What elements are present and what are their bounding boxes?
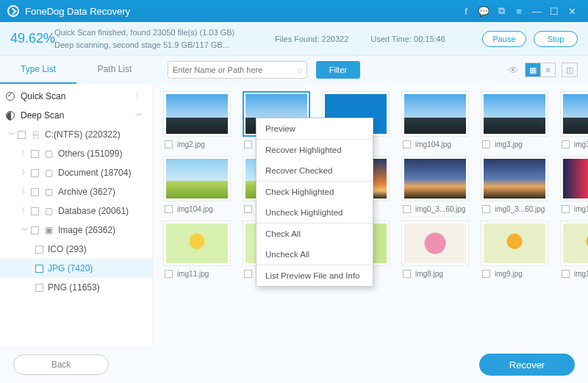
minimize-icon[interactable]: — (528, 2, 545, 20)
file-checkbox[interactable] (562, 140, 570, 148)
image-icon: ▣ (43, 225, 54, 235)
ctx-list-preview[interactable]: List Preview File and Info (257, 265, 373, 286)
file-card[interactable]: img104.jpg (163, 156, 231, 216)
file-checkbox[interactable] (403, 270, 411, 278)
file-card[interactable]: img2.jpg (163, 91, 231, 151)
ctx-uncheck-highlighted[interactable]: Uncheck Highlighted (257, 202, 373, 223)
app-logo-icon (7, 5, 19, 17)
search-input[interactable] (173, 65, 297, 74)
tree-quick-scan[interactable]: Quick Scan 〉 (0, 87, 152, 106)
file-grid: img2.jpg img1.jpg img1.jpg img104.jpg im… (153, 84, 588, 346)
app-title: FoneDog Data Recovery (25, 6, 130, 17)
file-card[interactable]: img3.jpg (560, 91, 588, 151)
file-checkbox[interactable] (165, 205, 173, 213)
maximize-icon[interactable]: ☐ (545, 2, 563, 20)
view-detail-icon[interactable]: ◫ (562, 63, 577, 76)
file-checkbox[interactable] (403, 140, 411, 148)
back-button[interactable]: Back (13, 354, 109, 375)
progress-percent: 49.62% (10, 31, 54, 46)
tree-others[interactable]: 〉▢Others (151099) (0, 144, 152, 163)
status-line-2: Deep scanning, second stage 51.9 GB/117 … (54, 39, 260, 51)
ctx-preview[interactable]: Preview (257, 118, 373, 139)
search-icon[interactable]: ⌕ (297, 65, 302, 75)
recover-button[interactable]: Recover (479, 354, 575, 376)
view-list-icon[interactable]: ≡ (540, 63, 555, 76)
folder-icon: ▢ (43, 206, 54, 216)
tree-database[interactable]: 〉▢Database (20061) (0, 201, 152, 221)
folder-icon: ▢ (43, 168, 54, 178)
status-bar: 49.62% Quick Scan finished, found 23050 … (0, 22, 588, 56)
stop-button[interactable]: Stop (534, 31, 578, 47)
ctx-recover-highlighted[interactable]: Recover Highlighted (257, 140, 373, 160)
ctx-recover-checked[interactable]: Recover Checked (257, 160, 373, 181)
files-found: Files Found: 220322 (275, 35, 348, 43)
file-checkbox[interactable] (165, 270, 173, 278)
file-checkbox[interactable] (482, 140, 490, 148)
tree-document[interactable]: 〉▢Document (18704) (0, 163, 152, 182)
close-icon[interactable]: ✕ (563, 2, 581, 20)
chevron-right-icon: 〉 (135, 91, 143, 101)
tab-path-list[interactable]: Path List (76, 56, 153, 84)
file-checkbox[interactable] (244, 205, 252, 213)
folder-icon: ▢ (43, 187, 54, 197)
tree-image[interactable]: ﹀▣Image (26362) (0, 221, 152, 240)
file-checkbox[interactable] (482, 270, 490, 278)
used-time: Used Time: 00:15:46 (370, 35, 445, 43)
sidebar: Quick Scan 〉 Deep Scan ﹀ ﹀⌸C:(NTFS) (220… (0, 84, 153, 346)
file-card[interactable]: img0_3...60.jpg (481, 156, 548, 216)
view-detail-group: ◫ (562, 62, 578, 77)
feedback-icon[interactable]: 💬 (475, 2, 492, 20)
file-checkbox[interactable] (403, 205, 411, 213)
ctx-uncheck-all[interactable]: Uncheck All (257, 244, 373, 265)
view-mode-group: ▦ ≡ (525, 62, 556, 77)
search-box[interactable]: ⌕ (168, 61, 307, 79)
file-card[interactable]: img9.jpg (481, 221, 548, 281)
file-card[interactable]: img11.jpg (163, 221, 231, 281)
tab-type-list[interactable]: Type List (0, 56, 76, 84)
file-card[interactable]: img3.jpg (481, 91, 548, 151)
tree-deep-scan[interactable]: Deep Scan ﹀ (0, 106, 152, 125)
main-area: Quick Scan 〉 Deep Scan ﹀ ﹀⌸C:(NTFS) (220… (0, 84, 588, 346)
screenshot-icon[interactable]: ⧉ (492, 2, 510, 20)
ctx-check-highlighted[interactable]: Check Highlighted (257, 182, 373, 202)
file-checkbox[interactable] (562, 270, 570, 278)
preview-toggle-icon[interactable]: 👁 (508, 64, 519, 76)
facebook-icon[interactable]: f (457, 2, 475, 20)
file-card[interactable]: img8.jpg (401, 221, 469, 281)
tree-ico[interactable]: ICO (293) (0, 240, 152, 259)
pause-button[interactable]: Pause (482, 31, 526, 47)
tree-jpg[interactable]: JPG (7420) (0, 259, 152, 278)
file-checkbox[interactable] (244, 140, 252, 148)
menu-icon[interactable]: ≡ (510, 2, 528, 20)
tree-drive[interactable]: ﹀⌸C:(NTFS) (220322) (0, 125, 152, 144)
ctx-check-all[interactable]: Check All (257, 223, 373, 244)
file-card[interactable]: img10.jpg (560, 156, 588, 216)
drive-icon: ⌸ (30, 129, 40, 140)
chevron-down-icon: ﹀ (135, 110, 143, 121)
file-card[interactable]: img13.jpg (560, 221, 588, 281)
status-line-1: Quick Scan finished, found 23050 file(s)… (54, 26, 260, 39)
titlebar: FoneDog Data Recovery f 💬 ⧉ ≡ — ☐ ✕ (0, 0, 588, 22)
file-checkbox[interactable] (482, 205, 490, 213)
progress-circle-icon (6, 111, 15, 120)
file-card[interactable]: img0_3...60.jpg (401, 156, 469, 216)
view-grid-icon[interactable]: ▦ (526, 63, 540, 76)
footer: Back Recover (0, 346, 588, 383)
tree-png[interactable]: PNG (11653) (0, 278, 152, 297)
context-menu: Preview Recover Highlighted Recover Chec… (256, 118, 373, 287)
check-circle-icon (6, 92, 15, 101)
toolbar: Type List Path List ⌕ Filter 👁 ▦ ≡ ◫ (0, 56, 588, 84)
file-checkbox[interactable] (244, 270, 252, 278)
file-card[interactable]: img104.jpg (401, 91, 469, 151)
file-checkbox[interactable] (562, 205, 570, 213)
file-checkbox[interactable] (165, 140, 173, 148)
folder-icon: ▢ (43, 148, 54, 159)
filter-button[interactable]: Filter (316, 61, 360, 79)
tree-archive[interactable]: 〉▢Archive (3627) (0, 182, 152, 201)
